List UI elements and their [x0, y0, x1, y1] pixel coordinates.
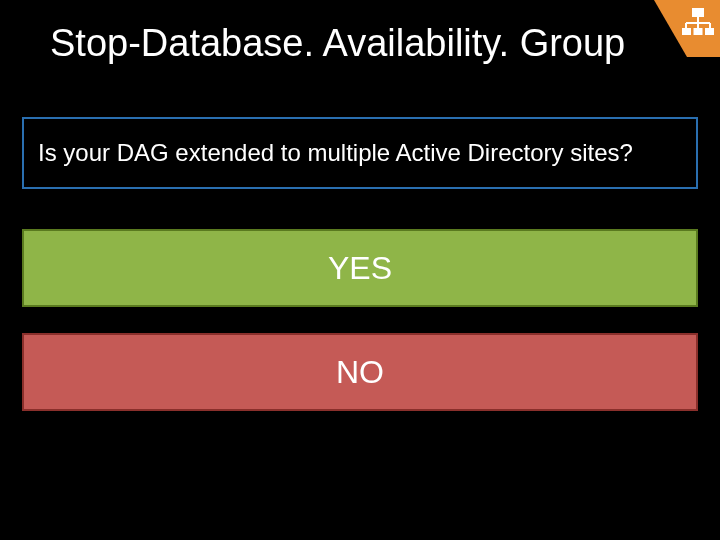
question-text: Is your DAG extended to multiple Active …	[38, 139, 633, 167]
org-chart-icon	[654, 0, 720, 57]
yes-label: YES	[328, 250, 392, 287]
no-button[interactable]: NO	[22, 333, 698, 411]
no-label: NO	[336, 354, 384, 391]
yes-button[interactable]: YES	[22, 229, 698, 307]
svg-rect-9	[705, 28, 714, 35]
svg-rect-1	[692, 8, 704, 17]
svg-rect-7	[682, 28, 691, 35]
svg-rect-8	[694, 28, 703, 35]
page-title: Stop-Database. Availability. Group	[0, 0, 720, 65]
question-box: Is your DAG extended to multiple Active …	[22, 117, 698, 189]
